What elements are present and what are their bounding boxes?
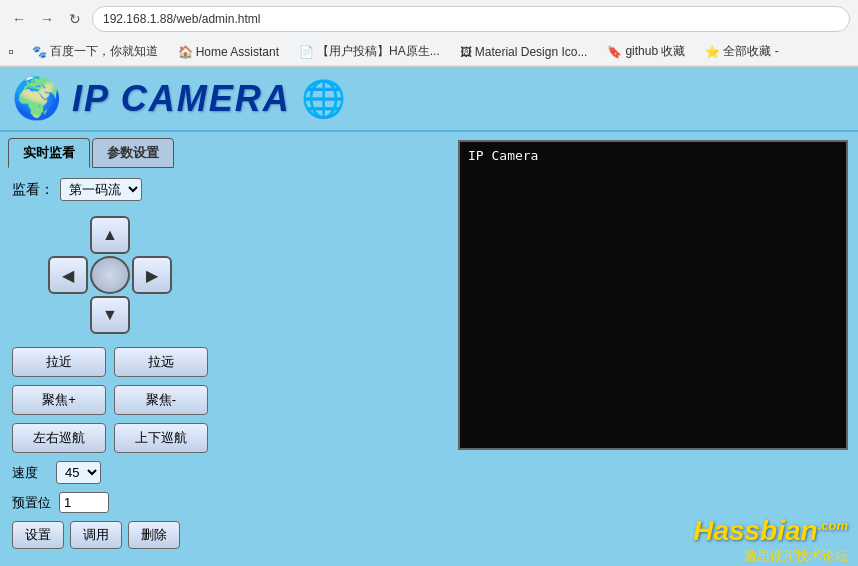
- monitor-row: 监看： 第一码流: [12, 178, 208, 201]
- ptz-right-button[interactable]: ▶: [132, 256, 172, 294]
- watermark: Hassbian.com 逾思彼岸技术论坛: [693, 515, 848, 565]
- ptz-up-button[interactable]: ▲: [90, 216, 130, 254]
- focus-plus-button[interactable]: 聚焦+: [12, 385, 106, 415]
- stream-select[interactable]: 第一码流: [60, 178, 142, 201]
- zoom-out-button[interactable]: 拉远: [114, 347, 208, 377]
- pan-ud-button[interactable]: 上下巡航: [114, 423, 208, 453]
- watermark-com: .com: [818, 518, 848, 533]
- ptz-row-middle: ◀ ▶: [48, 256, 172, 294]
- speed-label: 速度: [12, 464, 48, 482]
- zoom-row: 拉近 拉远: [12, 347, 208, 377]
- page-header: 🌍 IP CAMERA 🌐: [0, 67, 858, 132]
- bookmark-all[interactable]: ⭐ 全部收藏 -: [699, 41, 784, 62]
- preset-row: 预置位: [12, 492, 208, 513]
- globe-left-icon: 🌍: [12, 75, 62, 122]
- browser-chrome: ← → ↻ ▫ 🐾 百度一下，你就知道 🏠 Home Assistant 📄 【…: [0, 0, 858, 67]
- bookmark-github[interactable]: 🔖 github 收藏: [601, 41, 691, 62]
- bookmarks-bar: ▫ 🐾 百度一下，你就知道 🏠 Home Assistant 📄 【用户投稿】H…: [0, 38, 858, 66]
- bookmark-mdi[interactable]: 🖼 Material Design Ico...: [454, 43, 594, 61]
- camera-feed: IP Camera: [458, 140, 848, 450]
- refresh-button[interactable]: ↻: [64, 8, 86, 30]
- bookmark-baidu[interactable]: 🐾 百度一下，你就知道: [26, 41, 164, 62]
- page-title: IP CAMERA: [72, 78, 291, 120]
- monitor-label: 监看：: [12, 181, 54, 199]
- preset-input[interactable]: [59, 492, 109, 513]
- call-button[interactable]: 调用: [70, 521, 122, 549]
- ptz-row-top: ▲: [90, 216, 130, 254]
- watermark-brand: Hassbian.com: [693, 515, 848, 546]
- bottom-buttons: 设置 调用 删除: [12, 521, 208, 549]
- forward-button[interactable]: →: [36, 8, 58, 30]
- camera-label: IP Camera: [468, 148, 538, 163]
- pan-row: 左右巡航 上下巡航: [12, 423, 208, 453]
- page: 🌍 IP CAMERA 🌐 实时监看 参数设置 监看： 第一码流: [0, 67, 858, 566]
- address-bar[interactable]: [92, 6, 850, 32]
- ptz-center-button[interactable]: [90, 256, 130, 294]
- set-button[interactable]: 设置: [12, 521, 64, 549]
- left-panel: 实时监看 参数设置 监看： 第一码流 ▲ ◀: [0, 132, 220, 566]
- focus-row: 聚焦+ 聚焦-: [12, 385, 208, 415]
- bookmark-ha2[interactable]: 📄 【用户投稿】HA原生...: [293, 41, 446, 62]
- main-content: 实时监看 参数设置 监看： 第一码流 ▲ ◀: [0, 132, 858, 566]
- watermark-tagline: 逾思彼岸技术论坛: [693, 547, 848, 565]
- focus-minus-button[interactable]: 聚焦-: [114, 385, 208, 415]
- ptz-container: ▲ ◀ ▶ ▼: [12, 215, 208, 335]
- zoom-in-button[interactable]: 拉近: [12, 347, 106, 377]
- apps-icon[interactable]: ▫: [8, 43, 14, 61]
- ptz-down-button[interactable]: ▼: [90, 296, 130, 334]
- ptz-row-bottom: ▼: [90, 296, 130, 334]
- browser-nav: ← → ↻: [0, 0, 858, 38]
- tab-realtime[interactable]: 实时监看: [8, 138, 90, 168]
- globe-right-icon: 🌐: [301, 78, 346, 120]
- preset-label: 预置位: [12, 494, 51, 512]
- pan-lr-button[interactable]: 左右巡航: [12, 423, 106, 453]
- right-panel: IP Camera Hassbian.com 逾思彼岸技术论坛: [220, 132, 858, 566]
- speed-row: 速度 45: [12, 461, 208, 484]
- speed-select[interactable]: 45: [56, 461, 101, 484]
- tab-settings[interactable]: 参数设置: [92, 138, 174, 168]
- ptz-left-button[interactable]: ◀: [48, 256, 88, 294]
- controls-panel: 监看： 第一码流 ▲ ◀ ▶ ▼: [0, 168, 220, 566]
- bookmark-ha[interactable]: 🏠 Home Assistant: [172, 43, 285, 61]
- back-button[interactable]: ←: [8, 8, 30, 30]
- tabs: 实时监看 参数设置: [0, 132, 220, 168]
- delete-button[interactable]: 删除: [128, 521, 180, 549]
